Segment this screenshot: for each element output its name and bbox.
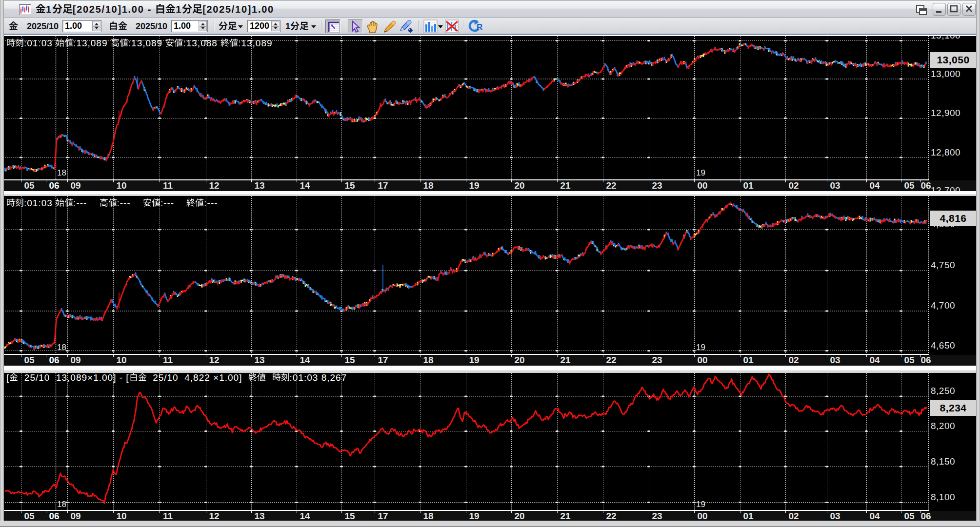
svg-text:19: 19: [696, 343, 705, 352]
svg-text:19: 19: [696, 168, 705, 177]
svg-text:18: 18: [57, 500, 66, 509]
svg-text:18: 18: [57, 168, 66, 177]
svg-text:19: 19: [696, 500, 705, 509]
svg-text:R: R: [477, 22, 482, 32]
svg-text:18: 18: [57, 343, 66, 352]
